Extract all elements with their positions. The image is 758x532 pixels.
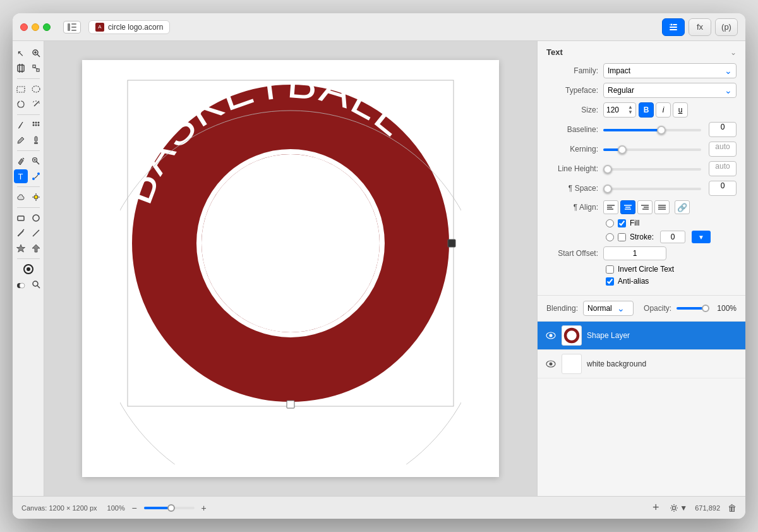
sun-tool[interactable] — [29, 190, 43, 204]
add-layer-button[interactable]: + — [649, 502, 662, 514]
typeface-select[interactable]: Regular ⌄ — [603, 83, 737, 98]
blending-label: Blending: — [546, 304, 578, 313]
space-value-input[interactable]: 0 — [709, 181, 737, 196]
settings-button[interactable]: ▼ — [670, 504, 687, 512]
kerning-slider[interactable] — [603, 148, 701, 151]
donut-tool[interactable] — [21, 262, 35, 276]
opacity-slider[interactable] — [677, 307, 707, 310]
italic-button[interactable]: i — [656, 102, 671, 118]
lasso-tool[interactable] — [14, 97, 28, 111]
fx-button[interactable]: fx — [689, 18, 711, 36]
align-left-button[interactable] — [603, 200, 618, 214]
stroke-arrow-icon: ▼ — [698, 234, 704, 241]
baseline-thumb[interactable] — [657, 126, 666, 135]
maximize-button[interactable] — [43, 23, 51, 31]
vector-pen-tool[interactable] — [14, 226, 28, 240]
zoom-slider[interactable] — [144, 507, 195, 509]
vector-tool[interactable] — [29, 169, 43, 183]
space-slider[interactable] — [603, 188, 701, 190]
arrow-tool[interactable]: ↖ — [14, 46, 28, 60]
crop-tool[interactable] — [14, 61, 28, 75]
separator-3 — [17, 150, 40, 151]
svg-point-7 — [670, 23, 673, 26]
line-tool[interactable] — [29, 226, 43, 240]
family-select[interactable]: Impact ⌄ — [603, 63, 737, 78]
kerning-value-input[interactable]: auto — [709, 142, 737, 157]
layer-item-shape[interactable]: Shape Layer — [538, 322, 745, 350]
transform-tool[interactable] — [29, 61, 43, 75]
align-right-button[interactable] — [637, 200, 653, 214]
svg-line-55 — [37, 286, 40, 288]
sidebar-toggle-button[interactable] — [63, 21, 81, 33]
opacity-thumb[interactable] — [702, 305, 709, 312]
clone-tool[interactable] — [29, 154, 43, 168]
align-center-button[interactable] — [620, 200, 635, 214]
space-thumb[interactable] — [603, 184, 612, 193]
p-label: (p) — [721, 22, 731, 32]
layer-visibility-shape-icon[interactable] — [545, 330, 556, 341]
canvas-area[interactable]: BASKETBALL — [44, 41, 537, 496]
link-text-button[interactable]: 🔗 — [675, 200, 690, 214]
brush-tool[interactable] — [14, 118, 28, 132]
stroke-type-select[interactable]: ▼ — [692, 231, 711, 243]
align-justify-button[interactable] — [654, 200, 670, 214]
text-panel-chevron[interactable]: ⌄ — [730, 48, 737, 57]
pattern-tool[interactable] — [29, 118, 43, 132]
rect-shape-tool[interactable] — [14, 211, 28, 225]
magic-wand-tool[interactable] — [29, 97, 43, 111]
zoom-tool[interactable] — [29, 46, 43, 60]
star-tool[interactable] — [14, 241, 28, 255]
svg-point-25 — [32, 122, 34, 124]
line-height-value-input[interactable]: auto — [709, 161, 737, 176]
svg-point-78 — [550, 334, 553, 337]
svg-rect-32 — [34, 142, 38, 144]
line-height-slider[interactable] — [603, 168, 701, 171]
eyedropper-tool[interactable] — [14, 133, 28, 147]
invert-circle-checkbox[interactable] — [606, 265, 614, 274]
stroke-radio[interactable] — [606, 233, 614, 241]
fill-checkbox[interactable] — [618, 219, 626, 227]
close-button[interactable] — [20, 23, 28, 31]
zoom-thumb[interactable] — [167, 504, 175, 512]
zoom-out-button[interactable]: − — [129, 502, 140, 514]
layer-visibility-bg-icon[interactable] — [545, 358, 556, 370]
layer-item-background[interactable]: white background — [538, 350, 745, 378]
bold-button[interactable]: B — [639, 102, 654, 118]
circle-shape-tool[interactable] — [29, 211, 43, 225]
family-arrow-icon: ⌄ — [725, 66, 732, 76]
tool-row-14 — [14, 277, 43, 291]
document-tab[interactable]: A circle logo.acorn — [88, 20, 170, 34]
zoom-in-button[interactable]: + — [198, 502, 210, 514]
p-button[interactable]: (p) — [715, 18, 738, 36]
titlebar-actions: fx (p) — [662, 18, 738, 36]
ellipse-select-tool[interactable] — [29, 82, 43, 96]
size-stepper[interactable]: 120 ▲▼ — [603, 102, 636, 118]
arrow-shape-tool[interactable] — [29, 241, 43, 255]
titlebar: A circle logo.acorn fx (p) — [13, 13, 745, 41]
fill-radio[interactable] — [606, 219, 614, 227]
type-tool active[interactable]: T — [14, 169, 28, 183]
underline-button[interactable]: u — [673, 102, 688, 118]
typeface-label: Typeface: — [546, 86, 603, 95]
color-fill-tool[interactable] — [14, 277, 28, 291]
minimize-button[interactable] — [32, 23, 39, 31]
start-offset-input[interactable] — [603, 246, 666, 260]
stroke-value-input[interactable] — [660, 231, 685, 243]
tool-row-10 — [14, 211, 43, 225]
smudge-tool[interactable] — [29, 133, 43, 147]
baseline-value-input[interactable]: 0 — [709, 122, 737, 137]
baseline-slider[interactable] — [603, 129, 701, 131]
anti-alias-checkbox[interactable] — [606, 277, 614, 286]
line-height-thumb[interactable] — [603, 165, 612, 174]
blending-select[interactable]: Normal ⌄ — [583, 301, 634, 316]
paint-bucket-tool[interactable] — [14, 154, 28, 168]
properties-panel-button[interactable] — [662, 18, 685, 36]
delete-layer-button[interactable]: 🗑 — [728, 503, 737, 513]
kerning-thumb[interactable] — [618, 145, 627, 154]
cloud-tool[interactable] — [14, 190, 28, 204]
start-offset-control — [603, 246, 737, 260]
tool-row-6 — [14, 133, 43, 147]
stroke-checkbox[interactable] — [618, 233, 626, 241]
rect-select-tool[interactable] — [14, 82, 28, 96]
zoom-tool-2[interactable] — [29, 277, 43, 291]
